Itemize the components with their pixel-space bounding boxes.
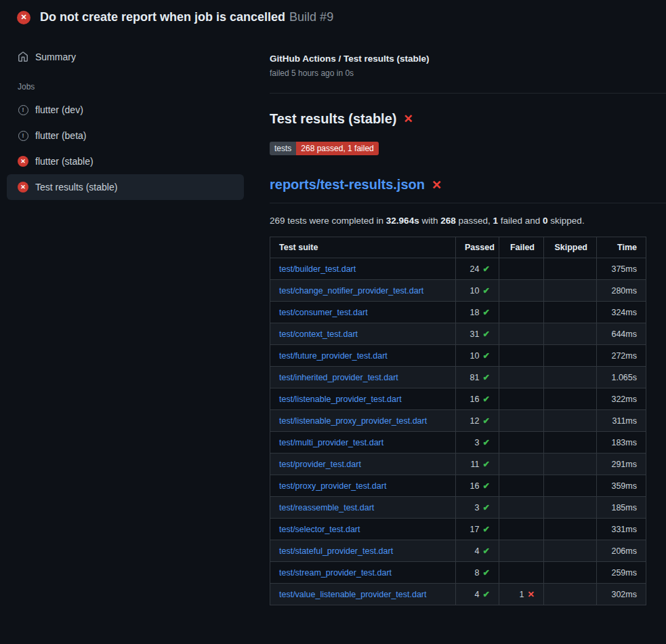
- check-icon: ✔: [483, 503, 490, 512]
- column-header-test-suite: Test suite: [270, 237, 456, 258]
- workflow-run-title: Do not create report when job is cancell…: [40, 10, 285, 24]
- check-icon: ✔: [483, 416, 490, 426]
- suite-cell: test/builder_test.dart: [270, 258, 456, 280]
- sidebar-item-flutter-beta[interactable]: ! flutter (beta): [7, 123, 244, 148]
- table-row: test/reassemble_test.dart3✔185ms: [270, 497, 646, 519]
- sidebar-item-label: Summary: [35, 52, 76, 62]
- time-cell: 311ms: [597, 410, 646, 432]
- suite-link[interactable]: test/reassemble_test.dart: [279, 503, 374, 512]
- sidebar-item-test-results-stable[interactable]: ✕ Test results (stable): [7, 174, 244, 200]
- check-icon: ✔: [483, 525, 490, 534]
- table-row: test/provider_test.dart11✔291ms: [270, 454, 646, 475]
- failed-cell: [499, 280, 544, 302]
- failed-cell: [499, 497, 544, 519]
- suite-cell: test/value_listenable_provider_test.dart: [270, 584, 456, 605]
- time-cell: 1.065s: [597, 367, 646, 388]
- failed-icon: ✕: [18, 156, 28, 167]
- failed-cell: [499, 323, 544, 345]
- sidebar-item-flutter-stable[interactable]: ✕ flutter (stable): [7, 148, 244, 174]
- sidebar-item-flutter-dev[interactable]: ! flutter (dev): [7, 97, 244, 123]
- sidebar-item-label: Test results (stable): [35, 182, 117, 193]
- suite-cell: test/future_provider_test.dart: [270, 345, 456, 367]
- failed-cell: [499, 302, 544, 323]
- time-cell: 359ms: [597, 475, 646, 497]
- table-row: test/value_listenable_provider_test.dart…: [270, 584, 646, 605]
- suite-link[interactable]: test/context_test.dart: [279, 329, 358, 339]
- failed-cell: [499, 562, 544, 584]
- passed-cell: 18✔: [456, 302, 499, 323]
- skipped-cell: [544, 562, 597, 584]
- neutral-status-icon: !: [18, 130, 28, 141]
- passed-cell: 17✔: [456, 519, 499, 540]
- skipped-cell: [544, 345, 597, 367]
- time-cell: 272ms: [597, 345, 646, 367]
- check-icon: ✔: [483, 286, 490, 296]
- suite-link[interactable]: test/consumer_test.dart: [279, 308, 368, 317]
- failed-cell: [499, 410, 544, 432]
- failed-cell: [499, 519, 544, 540]
- table-row: test/selector_test.dart17✔331ms: [270, 519, 646, 540]
- table-row: test/consumer_test.dart18✔324ms: [270, 302, 646, 323]
- check-icon: ✔: [483, 308, 490, 317]
- suite-link[interactable]: test/provider_test.dart: [279, 460, 361, 469]
- check-icon: ✔: [483, 351, 490, 361]
- sidebar-item-summary[interactable]: Summary: [7, 44, 244, 70]
- passed-cell: 11✔: [456, 454, 499, 475]
- time-cell: 291ms: [597, 454, 646, 475]
- suite-link[interactable]: test/builder_test.dart: [279, 264, 356, 274]
- check-run-title: Test results (stable) ✕: [270, 111, 666, 127]
- time-cell: 644ms: [597, 323, 646, 345]
- table-row: test/stateful_provider_test.dart4✔206ms: [270, 540, 646, 562]
- suite-link[interactable]: test/change_notifier_provider_test.dart: [279, 286, 423, 296]
- report-heading-wrap: reports/test-results.json ✕: [270, 177, 666, 203]
- summary-passed-count: 268: [440, 216, 456, 226]
- build-number: Build #9: [289, 10, 333, 24]
- failed-x-icon: ✕: [432, 179, 442, 191]
- suite-cell: test/consumer_test.dart: [270, 302, 456, 323]
- suite-cell: test/inherited_provider_test.dart: [270, 367, 456, 388]
- table-row: test/future_provider_test.dart10✔272ms: [270, 345, 646, 367]
- results-table: Test suite Passed Failed Skipped Time te…: [270, 237, 646, 605]
- report-file-heading[interactable]: reports/test-results.json ✕: [270, 177, 666, 193]
- skipped-cell: [544, 454, 597, 475]
- time-cell: 280ms: [597, 280, 646, 302]
- suite-link[interactable]: test/listenable_provider_test.dart: [279, 395, 402, 404]
- check-icon: ✔: [483, 438, 490, 447]
- passed-cell: 8✔: [456, 562, 499, 584]
- skipped-cell: [544, 388, 597, 410]
- passed-cell: 81✔: [456, 367, 499, 388]
- jobs-section-label: Jobs: [18, 82, 233, 92]
- table-row: test/proxy_provider_test.dart16✔359ms: [270, 475, 646, 497]
- failed-cell: [499, 475, 544, 497]
- neutral-status-icon: !: [18, 104, 28, 115]
- passed-cell: 3✔: [456, 497, 499, 519]
- suite-cell: test/listenable_proxy_provider_test.dart: [270, 410, 456, 432]
- passed-cell: 24✔: [456, 258, 499, 280]
- suite-link[interactable]: test/multi_provider_test.dart: [279, 438, 383, 447]
- suite-link[interactable]: test/proxy_provider_test.dart: [279, 481, 386, 491]
- breadcrumb: GitHub Actions / Test results (stable): [270, 54, 666, 64]
- failed-cell: [499, 367, 544, 388]
- summary-failed-count: 1: [493, 216, 499, 226]
- passed-cell: 12✔: [456, 410, 499, 432]
- suite-link[interactable]: test/selector_test.dart: [279, 525, 360, 534]
- check-icon: ✔: [483, 481, 490, 491]
- skipped-cell: [544, 519, 597, 540]
- suite-link[interactable]: test/stateful_provider_test.dart: [279, 546, 393, 556]
- check-icon: ✔: [483, 568, 490, 578]
- suite-link[interactable]: test/stream_provider_test.dart: [279, 568, 392, 578]
- passed-cell: 10✔: [456, 345, 499, 367]
- suite-link[interactable]: test/value_listenable_provider_test.dart: [279, 590, 427, 599]
- skipped-cell: [544, 432, 597, 454]
- skipped-cell: [544, 497, 597, 519]
- suite-link[interactable]: test/future_provider_test.dart: [279, 351, 388, 361]
- suite-cell: test/multi_provider_test.dart: [270, 432, 456, 454]
- suite-link[interactable]: test/listenable_proxy_provider_test.dart: [279, 416, 427, 426]
- passed-cell: 3✔: [456, 432, 499, 454]
- failed-cell: [499, 388, 544, 410]
- table-row: test/builder_test.dart24✔375ms: [270, 258, 646, 280]
- sidebar-item-label: flutter (dev): [35, 104, 83, 115]
- suite-cell: test/reassemble_test.dart: [270, 497, 456, 519]
- table-row: test/multi_provider_test.dart3✔183ms: [270, 432, 646, 454]
- suite-link[interactable]: test/inherited_provider_test.dart: [279, 373, 398, 382]
